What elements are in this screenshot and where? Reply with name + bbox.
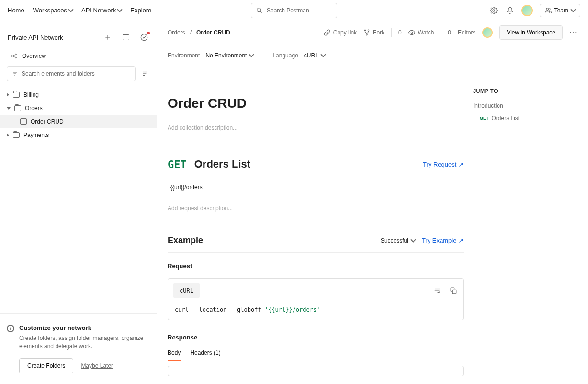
svg-point-6 [141, 34, 147, 40]
settings-icon[interactable] [489, 6, 498, 15]
env-label: Environment [168, 52, 200, 59]
view-in-workspace-button[interactable]: View in Workspace [499, 25, 563, 40]
link-icon [324, 29, 330, 36]
code-snippet: cURL curl --location --globoff '{{url}}/… [168, 278, 464, 320]
tab-headers[interactable]: Headers (1) [190, 350, 220, 361]
svg-point-9 [15, 57, 16, 58]
nav-workspaces[interactable]: Workspaces [33, 7, 73, 14]
jump-to-panel: JUMP TO Introduction GETOrders List [464, 67, 559, 384]
customize-banner: i Customize your network Create folders,… [0, 313, 157, 384]
chevron-down-icon [68, 7, 73, 12]
folder-add-icon[interactable] [121, 33, 131, 42]
svg-line-10 [12, 55, 15, 56]
svg-point-18 [364, 30, 365, 31]
response-body-box [168, 366, 464, 376]
try-example-link[interactable]: Try Example ↗ [422, 237, 464, 244]
svg-point-3 [546, 8, 549, 10]
chevron-down-icon [320, 52, 326, 57]
svg-point-2 [493, 10, 495, 11]
lang-label: Language [272, 52, 298, 59]
create-folders-button[interactable]: Create Folders [19, 358, 73, 373]
info-icon: i [7, 325, 14, 332]
svg-point-8 [15, 54, 16, 55]
nav-api-network[interactable]: API Network [81, 7, 122, 14]
folder-icon [13, 92, 20, 98]
tab-body[interactable]: Body [168, 350, 181, 361]
request-section-label: Request [168, 262, 464, 270]
chevron-down-icon [410, 237, 416, 242]
tree-item-billing[interactable]: Billing [0, 88, 157, 102]
people-icon [545, 7, 552, 14]
team-button[interactable]: Team [540, 4, 580, 17]
response-section-label: Response [168, 334, 464, 341]
svg-point-20 [366, 34, 367, 35]
tree-item-orders[interactable]: Orders [0, 102, 157, 115]
search-input[interactable]: Search Postman [251, 3, 337, 18]
example-status-select[interactable]: Successful [381, 237, 415, 244]
sidebar: Private API Network Overview Search elem… [0, 21, 157, 384]
breadcrumb-orders[interactable]: Orders [168, 29, 185, 36]
filter-icon [12, 71, 18, 77]
maybe-later-link[interactable]: Maybe Later [81, 362, 113, 369]
copy-icon[interactable] [449, 286, 458, 295]
code-lang-badge: cURL [173, 283, 200, 298]
chevron-down-icon [117, 7, 123, 12]
env-select[interactable]: No Environment [205, 52, 253, 59]
tree-item-payments[interactable]: Payments [0, 128, 157, 142]
wrap-icon[interactable] [432, 286, 442, 295]
chevron-down-icon [7, 107, 11, 110]
watch-button[interactable]: Watch [408, 29, 434, 36]
svg-rect-23 [452, 290, 456, 294]
jump-orders-list[interactable]: GETOrders List [473, 115, 559, 122]
jump-introduction[interactable]: Introduction [473, 102, 559, 109]
fork-count: 0 [398, 29, 402, 36]
top-bar: Home Workspaces API Network Explore Sear… [0, 0, 588, 21]
network-icon [11, 53, 17, 59]
sort-icon[interactable] [140, 69, 150, 79]
method-badge: GET [168, 158, 187, 170]
try-request-link[interactable]: Try Request ↗ [423, 161, 464, 168]
overview-link[interactable]: Overview [0, 49, 157, 66]
collection-description[interactable]: Add collection description... [168, 124, 464, 131]
svg-line-1 [260, 11, 262, 12]
doc-title: Order CRUD [168, 96, 464, 111]
request-name: Orders List [194, 158, 250, 170]
breadcrumb-separator: / [190, 29, 192, 36]
eye-icon [408, 29, 415, 36]
sidebar-search[interactable]: Search elements and folders [7, 66, 136, 81]
add-icon[interactable] [103, 33, 113, 42]
nav-explore[interactable]: Explore [130, 7, 151, 14]
svg-point-7 [11, 56, 12, 56]
example-title: Example [168, 236, 203, 246]
approve-icon[interactable] [139, 33, 149, 42]
svg-point-21 [411, 32, 413, 34]
lang-select[interactable]: cURL [304, 52, 325, 59]
jump-to-title: JUMP TO [473, 88, 559, 94]
tree-item-order-crud[interactable]: Order CRUD [0, 115, 157, 128]
request-description[interactable]: Add request description... [168, 205, 464, 212]
notification-dot [147, 32, 150, 34]
content-area: Orders / Order CRUD Copy link Fork 0 Wat… [157, 21, 588, 384]
search-icon [256, 7, 263, 14]
more-icon[interactable]: ⋯ [569, 28, 577, 37]
editor-avatar[interactable] [482, 27, 493, 38]
fork-button[interactable]: Fork [363, 29, 384, 36]
chevron-down-icon [249, 52, 254, 57]
banner-title: Customize your network [19, 324, 147, 331]
request-url: {{url}}/orders [168, 184, 464, 191]
folder-icon [13, 132, 20, 138]
svg-point-19 [368, 30, 369, 31]
svg-line-11 [12, 56, 15, 57]
chevron-down-icon [570, 7, 576, 12]
folder-icon [14, 105, 21, 111]
editors-label: Editors [458, 29, 475, 36]
breadcrumb-current: Order CRUD [196, 29, 230, 36]
fork-icon [363, 29, 370, 36]
banner-description: Create folders, assign folder managers, … [19, 334, 147, 350]
chevron-right-icon [7, 133, 9, 137]
svg-point-0 [257, 8, 261, 11]
copy-link-button[interactable]: Copy link [324, 29, 357, 36]
avatar[interactable] [521, 5, 533, 16]
notification-icon[interactable] [505, 6, 515, 15]
nav-home[interactable]: Home [8, 7, 24, 14]
